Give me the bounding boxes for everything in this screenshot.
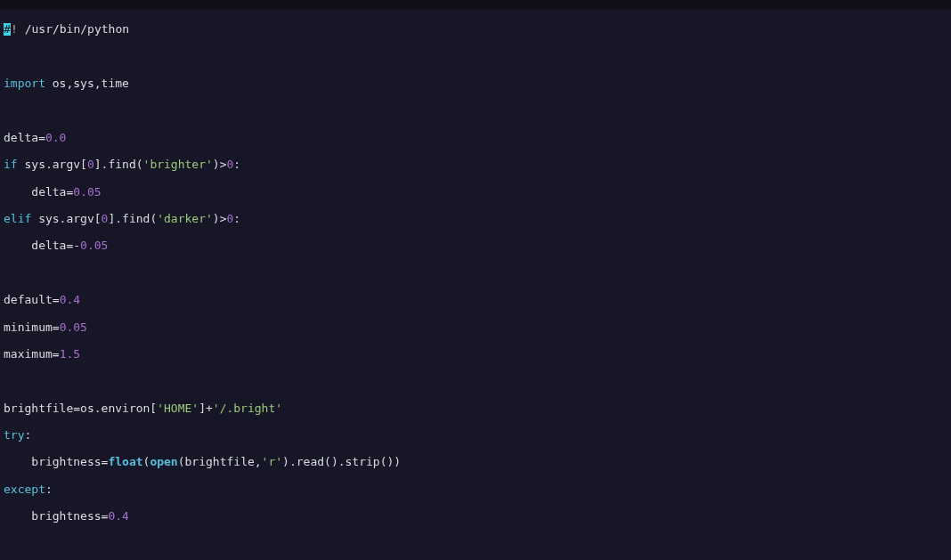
code-line: except: xyxy=(4,483,947,496)
code-line: import os,sys,time xyxy=(4,77,947,90)
code-line xyxy=(4,537,947,550)
code-line: brightfile=os.environ['HOME']+'/.bright' xyxy=(4,402,947,415)
code-line: minimum=0.05 xyxy=(4,321,947,334)
code-line xyxy=(4,103,947,117)
code-line: if sys.argv[0].find('brighter')>0: xyxy=(4,158,947,171)
code-line: brightness=0.4 xyxy=(4,509,947,523)
cursor: # xyxy=(4,23,11,36)
code-line xyxy=(4,374,947,387)
code-line xyxy=(4,50,947,63)
code-line: brightness=float(open(brightfile,'r').re… xyxy=(4,455,947,468)
code-line: maximum=1.5 xyxy=(4,347,947,361)
code-line: #! /usr/bin/python xyxy=(4,22,947,36)
code-line: delta=0.05 xyxy=(4,185,947,199)
window-topbar xyxy=(0,0,951,9)
code-line: try: xyxy=(4,428,947,442)
code-line: delta=-0.05 xyxy=(4,239,947,252)
code-line: default=0.4 xyxy=(4,293,947,306)
code-line: elif sys.argv[0].find('darker')>0: xyxy=(4,212,947,225)
code-editor[interactable]: #! /usr/bin/python import os,sys,time de… xyxy=(0,9,951,560)
code-line: delta=0.0 xyxy=(4,131,947,144)
code-line xyxy=(4,266,947,280)
